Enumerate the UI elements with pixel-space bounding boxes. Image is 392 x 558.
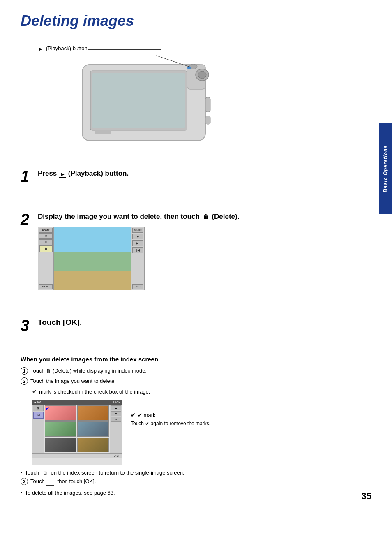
checkmark-annotation: ✔ (131, 412, 135, 418)
bullet-1: • Touch ⊞ on the index screen to return … (21, 470, 371, 476)
index-header: ■ 101 BACK (32, 400, 122, 405)
divider-1 (21, 155, 371, 155)
index-img-4 (77, 421, 109, 437)
index-arrow-btn: → (111, 417, 121, 422)
svg-rect-2 (92, 73, 185, 128)
bullet-1-text: Touch ⊞ on the index screen to return to… (25, 470, 184, 476)
sub-item-2: 2 Touch the image you want to delete. (21, 377, 371, 385)
index-back: BACK (113, 401, 120, 404)
sub-item-2b-text: mark is checked in the check box of the … (39, 388, 150, 396)
index-content: ⊞ ☑ ✔ (32, 405, 122, 453)
step-2-main-text: Display the image you want to delete, th… (38, 213, 200, 220)
sub-item-1: 1 Touch 🗑 (Delete) while displaying in i… (21, 367, 371, 375)
checkmark-overlay-1: ✔ (46, 406, 49, 411)
step-2-content: Display the image you want to delete, th… (38, 212, 371, 290)
screen-right-panel: BE·OFF ▶ ▶| |◀ DISP (131, 227, 144, 290)
index-annotations: ✔ ✔ mark Touch ✔ again to remove the mar… (131, 400, 210, 426)
cancel-btn: ✕ (39, 233, 53, 239)
menu-btn: MENU (39, 284, 53, 289)
index-footer: DISP (32, 453, 122, 458)
subsection-title: When you delete images from the index sc… (21, 356, 371, 363)
prev-btn: |◀ (132, 247, 143, 253)
bullet-2-text: To delete all the images, see page 63. (25, 490, 115, 496)
step-1-content: Press ▶ (Playback) button. (38, 169, 371, 178)
index-screen: ■ 101 BACK ⊞ ☑ ✔ (32, 400, 122, 465)
sub-item-1-text: Touch 🗑 (Delete) while displaying in ind… (30, 367, 147, 375)
mark-annotation: ✔ ✔ mark (131, 412, 210, 418)
step-1-icon: ▶ (59, 171, 66, 178)
camera-diagram (70, 48, 371, 148)
index-icon-2: ☑ (33, 412, 44, 419)
svg-point-10 (187, 66, 191, 69)
index-down-btn: ▼ (111, 411, 121, 416)
circle-1: 1 (21, 367, 28, 375)
svg-rect-7 (205, 97, 210, 112)
arrow-box-icon: → (46, 478, 54, 486)
screen-main-image (54, 227, 131, 290)
step-2-text: Display the image you want to delete, th… (38, 212, 371, 222)
index-footer-disp: DISP (114, 454, 120, 457)
circle-2: 2 (21, 377, 28, 385)
index-images: ✔ (44, 405, 110, 453)
sub-item-2b: ✔ mark is checked in the check box of th… (32, 388, 371, 396)
bullet-2: • To delete all the images, see page 63. (21, 490, 371, 496)
divider-2 (21, 198, 371, 198)
index-img-5 (45, 438, 76, 453)
copy-btn: ⊡ (39, 239, 53, 245)
step-1-text: Press ▶ (Playback) button. (38, 169, 371, 178)
step-3: 3 Touch [OK]. (21, 310, 371, 341)
bullet-dot: • (21, 470, 23, 476)
index-img-6 (77, 438, 109, 453)
step-3-text: Touch [OK]. (38, 318, 371, 327)
step-1: 1 Press ▶ (Playback) button. (21, 161, 371, 192)
camera-svg (70, 48, 226, 147)
step-2-trash-icon: 🗑 (203, 213, 209, 220)
page-title: Deleting images (21, 12, 371, 30)
index-icon-1: ⊞ (33, 405, 44, 411)
svg-rect-9 (95, 130, 111, 134)
playback-section: ▶ (Playback) button (37, 42, 371, 148)
index-right-panel: ▲ ▼ → (110, 405, 122, 453)
index-screen-wrapper: ■ 101 BACK ⊞ ☑ ✔ (32, 400, 122, 465)
play-btn: ▶ (132, 234, 143, 239)
trash-icon-sub1: 🗑 (46, 368, 51, 374)
playback-icon: ▶ (37, 46, 44, 52)
index-folder: ■ 101 (34, 401, 42, 404)
index-container: ■ 101 BACK ⊞ ☑ ✔ (21, 400, 371, 465)
page-number: 35 (362, 491, 371, 502)
index-return-icon: ⊞ (42, 470, 48, 476)
camera-screen: HOME ✕ ⊡ 🗑 MENU BE·OFF ▶ ▶| |◀ DISP (38, 227, 145, 290)
sidebar: Basic Operations (379, 123, 392, 214)
step-2-suffix: (Delete). (212, 213, 239, 220)
mark-desc: Touch ✔ again to remove the marks. (131, 421, 210, 426)
touch-label: Touch [OK]. (38, 318, 82, 326)
be-off-btn: BE·OFF (132, 228, 143, 233)
home-btn: HOME (39, 228, 53, 233)
divider-3 (21, 304, 371, 304)
circle-3: 3 (21, 478, 28, 485)
sub-item-2-text: Touch the image you want to delete. (30, 377, 116, 385)
sub-item-3-text: Touch →, then touch [OK]. (30, 477, 96, 486)
step-1-press: Press (38, 169, 57, 177)
index-img-1: ✔ (45, 405, 76, 421)
bullet-2-dot: • (21, 490, 23, 496)
step-1-number: 1 (21, 169, 33, 184)
divider-4 (21, 347, 371, 347)
index-img-2 (77, 405, 109, 421)
index-up-btn: ▲ (111, 405, 121, 410)
sidebar-label: Basic Operations (383, 145, 388, 192)
step-2: 2 Display the image you want to delete, … (21, 204, 371, 298)
index-img-3 (45, 421, 76, 437)
disp-btn: DISP (132, 284, 143, 289)
delete-btn-screen: 🗑 (39, 245, 53, 252)
index-side-icons: ⊞ ☑ (32, 405, 44, 453)
sub-item-3: 3 Touch →, then touch [OK]. (21, 477, 371, 486)
svg-rect-8 (205, 116, 210, 124)
step-3-content: Touch [OK]. (38, 318, 371, 327)
step-2-number: 2 (21, 212, 33, 227)
next-btn: ▶| (132, 240, 143, 246)
svg-point-5 (198, 71, 206, 79)
mark-label: ✔ mark (138, 412, 156, 418)
step-1-suffix: (Playback) button. (68, 169, 129, 177)
checkmark-2b: ✔ (32, 388, 37, 396)
